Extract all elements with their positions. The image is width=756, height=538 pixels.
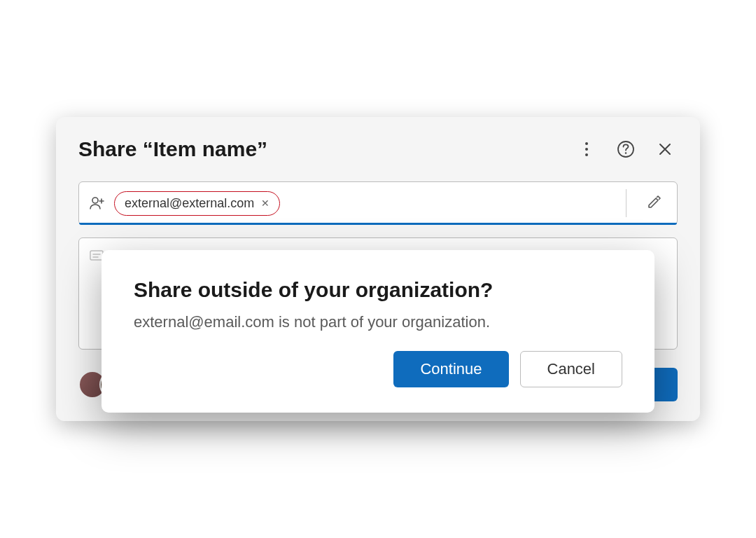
recipient-chip-label: external@external.com xyxy=(125,196,254,211)
help-button[interactable] xyxy=(613,137,638,162)
svg-point-1 xyxy=(585,148,588,151)
svg-point-5 xyxy=(92,198,98,203)
more-vertical-icon xyxy=(584,141,589,158)
field-divider xyxy=(626,189,626,217)
close-icon xyxy=(658,142,672,156)
svg-point-0 xyxy=(585,142,588,145)
confirm-body: external@email.com is not part of your o… xyxy=(134,313,622,331)
confirm-actions: Continue Cancel xyxy=(134,351,622,387)
close-button[interactable] xyxy=(652,137,678,162)
header-actions xyxy=(574,137,678,162)
dialog-header: Share “Item name” xyxy=(78,137,678,162)
chip-remove-icon[interactable]: ✕ xyxy=(261,198,270,209)
confirm-external-share-modal: Share outside of your organization? exte… xyxy=(102,250,654,413)
cancel-button[interactable]: Cancel xyxy=(520,351,622,387)
more-options-button[interactable] xyxy=(574,137,599,162)
svg-point-4 xyxy=(625,152,626,153)
confirm-title: Share outside of your organization? xyxy=(134,278,622,302)
permissions-button[interactable] xyxy=(646,193,663,213)
svg-point-2 xyxy=(585,153,588,156)
recipient-input[interactable]: external@external.com ✕ xyxy=(78,181,678,225)
share-dialog: Share “Item name” external@external.com … xyxy=(56,117,700,421)
help-icon xyxy=(617,140,635,158)
pencil-icon xyxy=(646,193,663,210)
continue-button[interactable]: Continue xyxy=(393,351,508,387)
person-add-icon xyxy=(89,195,106,212)
dialog-title: Share “Item name” xyxy=(78,137,267,161)
recipient-chip[interactable]: external@external.com ✕ xyxy=(114,191,280,216)
